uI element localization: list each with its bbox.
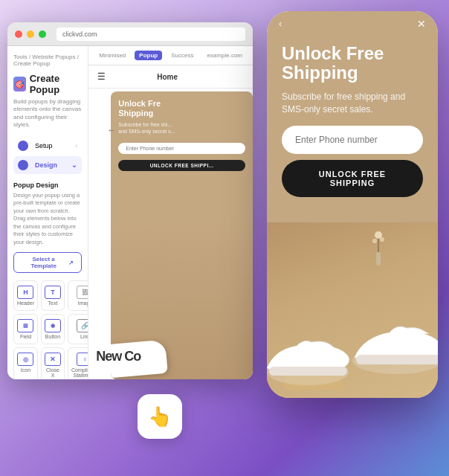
tab-popup[interactable]: Popup (135, 51, 162, 60)
phone-shoe-bg (267, 222, 438, 398)
dot-red[interactable] (15, 30, 22, 38)
preview-url[interactable]: example.com (202, 51, 247, 60)
phone-mockup: ‹ ✕ Unlock Free Shipping Subscribe for f… (267, 11, 438, 398)
phone-close-button[interactable]: ✕ (417, 18, 426, 30)
element-link-label: Link (80, 334, 88, 339)
element-button[interactable]: ◉ Button (41, 314, 65, 344)
browser-content: Tools / Website Popups / Create Popup 🎯 … (7, 46, 253, 379)
cursor-icon: ↗ (68, 260, 74, 266)
website-preview: ☰ Home Unlock FreShipping Subscribe for … (88, 65, 253, 379)
inner-cta-button[interactable]: UNLOCK FREE SHIPPI... (118, 160, 245, 171)
element-header[interactable]: H Header (13, 280, 38, 311)
svg-point-8 (380, 237, 384, 242)
select-template-button[interactable]: Select a Template ↗ (13, 252, 82, 273)
preview-tabs: Minimised Popup Success example.com (88, 46, 253, 65)
phone-popup-title: Unlock Free Shipping (282, 44, 423, 83)
element-close[interactable]: ✕ Close X (41, 347, 65, 379)
shoe-left (267, 331, 352, 387)
element-image-label: Image (78, 300, 89, 306)
phone-popup-subtitle: Subscribe for free shipping and SMS-only… (282, 91, 423, 116)
element-link[interactable]: 🔗 Link (68, 314, 88, 344)
sidebar-icon: 🎯 (13, 77, 26, 91)
chevron-right-icon: › (75, 142, 77, 149)
cursor-icon: 👆 (138, 394, 182, 439)
element-close-label: Close X (45, 367, 61, 378)
url-bar: clickvd.com (56, 28, 245, 41)
text-icon: T (45, 286, 61, 299)
link-icon: 🔗 (77, 319, 88, 332)
popup-design-text: Design your popup using a pre-built temp… (13, 192, 82, 247)
design-item[interactable]: Design ⌄ (13, 156, 82, 174)
breadcrumb: Tools / Website Popups / Create Popup (13, 54, 82, 67)
inner-popup-title: Unlock FreShipping (118, 99, 245, 118)
icon-element-icon: ◎ (17, 353, 33, 366)
website-header: ☰ Home (88, 65, 253, 89)
phone-shoe-area (267, 222, 438, 398)
button-icon: ◉ (45, 319, 61, 332)
setup-item[interactable]: Setup › (13, 137, 82, 155)
preview-content: ☰ Home Unlock FreShipping Subscribe for … (88, 65, 253, 379)
tab-minimised[interactable]: Minimised (94, 51, 130, 60)
phone-back-button[interactable]: ‹ (279, 19, 282, 29)
inner-popup-content: Unlock FreShipping Subscribe for free sh… (111, 91, 253, 379)
element-compliance-label: Compliance Statement (71, 367, 88, 378)
sidebar-subtitle: Build popups by dragging elements onto t… (13, 98, 82, 129)
design-check-icon (18, 160, 28, 170)
inner-phone-input[interactable] (118, 143, 245, 154)
element-text[interactable]: T Text (41, 280, 65, 311)
phone-status-bar: ‹ ✕ (267, 11, 438, 32)
inner-popup-subtitle: Subscribe for free shi...and SMS-only se… (118, 121, 245, 135)
hamburger-icon[interactable]: ☰ (97, 71, 106, 82)
image-icon: 🖼 (77, 286, 88, 299)
svg-rect-1 (269, 367, 347, 376)
svg-rect-3 (356, 355, 438, 364)
shoe-right (349, 316, 438, 376)
chevron-down-icon: ⌄ (71, 161, 77, 169)
element-field[interactable]: ▤ Field (13, 314, 38, 344)
compliance-icon: ≡ (77, 353, 88, 366)
header-icon: H (17, 286, 33, 299)
element-header-label: Header (17, 300, 34, 306)
field-icon: ▤ (17, 319, 33, 332)
main-area: Minimised Popup Success example.com ☰ Ho… (88, 46, 253, 379)
inner-popup: Unlock FreShipping Subscribe for free sh… (111, 91, 253, 379)
setup-check-icon (18, 141, 28, 151)
element-compliance[interactable]: ≡ Compliance Statement (68, 347, 88, 379)
browser-mockup: clickvd.com Tools / Website Popups / Cre… (7, 22, 253, 379)
sidebar-title: 🎯 Create Popup (13, 73, 82, 95)
element-button-label: Button (45, 334, 60, 339)
dot-green[interactable] (39, 30, 46, 38)
elements-grid: H Header T Text 🖼 Image ▤ Field ◉ But (13, 280, 82, 379)
tab-success[interactable]: Success (167, 51, 198, 60)
element-text-label: Text (48, 300, 58, 306)
phone-popup: Unlock Free Shipping Subscribe for free … (267, 32, 438, 398)
phone-popup-top: Unlock Free Shipping Subscribe for free … (267, 32, 438, 206)
svg-rect-4 (376, 252, 381, 266)
close-x-icon: ✕ (45, 353, 61, 366)
dot-yellow[interactable] (27, 30, 34, 38)
popup-design-heading: Popup Design (13, 181, 82, 189)
element-icon-label: Icon (21, 367, 30, 373)
sidebar: Tools / Website Popups / Create Popup 🎯 … (7, 46, 88, 379)
phone-cta-button[interactable]: UNLOCK FREE SHIPPING (282, 160, 423, 197)
element-icon[interactable]: ◎ Icon (13, 347, 38, 379)
browser-bar: clickvd.com (7, 22, 253, 46)
phone-input-field[interactable] (282, 126, 423, 154)
element-field-label: Field (20, 334, 31, 339)
svg-point-7 (372, 239, 377, 243)
flower-vase (371, 226, 386, 267)
element-image[interactable]: 🖼 Image (68, 280, 88, 311)
